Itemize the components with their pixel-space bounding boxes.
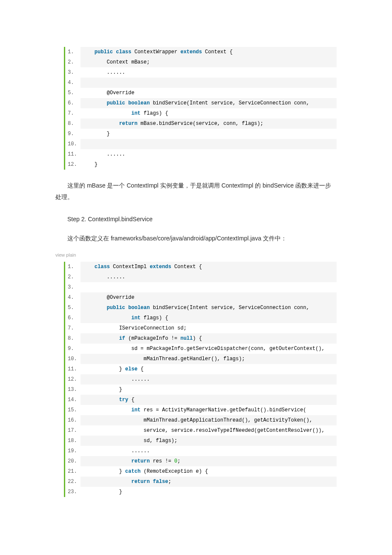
code-content: @Override: [81, 292, 337, 303]
line-number: 9.: [65, 129, 81, 139]
code-line: 1. class ContextImpl extends Context {: [65, 262, 337, 272]
code-line: 2. Context mBase;: [65, 57, 337, 67]
code-line: 19. ......: [65, 446, 337, 456]
code-line: 6. public boolean bindService(Intent ser…: [65, 98, 337, 108]
line-number: 12.: [65, 159, 81, 170]
code-content: int flags) {: [81, 108, 337, 119]
code-line: 4. @Override: [65, 292, 337, 303]
line-number: 18.: [65, 436, 81, 446]
code-content: mMainThread.getHandler(), flags);: [81, 354, 337, 364]
view-link[interactable]: view: [55, 252, 65, 257]
code-content: ......: [81, 374, 337, 384]
code-line: 2. ......: [65, 272, 337, 282]
code-line: 5. public boolean bindService(Intent ser…: [65, 303, 337, 313]
line-number: 10.: [65, 139, 81, 149]
line-number: 5.: [65, 303, 81, 313]
line-number: 9.: [65, 344, 81, 354]
code-content: class ContextImpl extends Context {: [81, 262, 337, 272]
code-content: ......: [81, 272, 337, 282]
line-number: 7.: [65, 323, 81, 333]
code-line: 22. return false;: [65, 477, 337, 487]
line-number: 21.: [65, 466, 81, 477]
code-content: service, service.resolveTypeIfNeeded(get…: [81, 425, 337, 436]
line-number: 2.: [65, 272, 81, 282]
code-line: 11. ......: [65, 149, 337, 159]
code-block-1: 1. public class ContextWrapper extends C…: [64, 47, 337, 170]
line-number: 1.: [65, 262, 81, 272]
line-number: 1.: [65, 47, 81, 57]
line-number: 17.: [65, 425, 81, 436]
code-content: int res = ActivityManagerNative.getDefau…: [81, 405, 337, 415]
code-line: 8. if (mPackageInfo != null) {: [65, 333, 337, 344]
code-line: 5. @Override: [65, 88, 337, 98]
view-plain-toolbar: view plain: [55, 252, 337, 257]
line-number: 11.: [65, 149, 81, 159]
code-line: 13. }: [65, 384, 337, 395]
code-content: } else {: [81, 364, 337, 374]
code-content: return false;: [81, 477, 337, 487]
line-number: 3.: [65, 282, 81, 292]
code-content: try {: [81, 395, 337, 405]
code-line: 1. public class ContextWrapper extends C…: [65, 47, 337, 57]
code-line: 20. return res != 0;: [65, 456, 337, 466]
code-content: [81, 139, 337, 149]
code-content: ......: [81, 67, 337, 78]
code-line: 9. }: [65, 129, 337, 139]
code-block-2: 1. class ContextImpl extends Context { 2…: [64, 262, 337, 497]
code-content: public boolean bindService(Intent servic…: [81, 98, 337, 108]
code-line: 17. service, service.resolveTypeIfNeeded…: [65, 425, 337, 436]
code-line: 11. } else {: [65, 364, 337, 374]
line-number: 13.: [65, 384, 81, 395]
code-content: ......: [81, 446, 337, 456]
code-line: 16. mMainThread.getApplicationThread(), …: [65, 415, 337, 425]
code-content: return mBase.bindService(service, conn, …: [81, 119, 337, 129]
code-content: return res != 0;: [81, 456, 337, 466]
code-line: 10.: [65, 139, 337, 149]
code-content: ......: [81, 149, 337, 159]
code-line: 12. ......: [65, 374, 337, 384]
code-line: 3.: [65, 282, 337, 292]
line-number: 20.: [65, 456, 81, 466]
code-line: 10. mMainThread.getHandler(), flags);: [65, 354, 337, 364]
line-number: 5.: [65, 88, 81, 98]
code-content: [81, 282, 337, 292]
code-line: 7. IServiceConnection sd;: [65, 323, 337, 333]
document-page: 1. public class ContextWrapper extends C…: [0, 0, 392, 555]
code-content: }: [81, 487, 337, 497]
code-line: 12. }: [65, 159, 337, 170]
code-content: }: [81, 384, 337, 395]
line-number: 10.: [65, 354, 81, 364]
code-line: 6. int flags) {: [65, 313, 337, 323]
code-content: sd = mPackageInfo.getServiceDispatcher(c…: [81, 344, 337, 354]
code-line: 8. return mBase.bindService(service, con…: [65, 119, 337, 129]
code-line: 15. int res = ActivityManagerNative.getD…: [65, 405, 337, 415]
code-line: 23. }: [65, 487, 337, 497]
line-number: 22.: [65, 477, 81, 487]
code-content: @Override: [81, 88, 337, 98]
code-line: 9. sd = mPackageInfo.getServiceDispatche…: [65, 344, 337, 354]
code-content: }: [81, 159, 337, 170]
line-number: 8.: [65, 119, 81, 129]
line-number: 8.: [65, 333, 81, 344]
code-content: if (mPackageInfo != null) {: [81, 333, 337, 344]
line-number: 4.: [65, 292, 81, 303]
code-content: Context mBase;: [81, 57, 337, 67]
line-number: 4.: [65, 78, 81, 88]
code-line: 14. try {: [65, 395, 337, 405]
line-number: 7.: [65, 108, 81, 119]
plain-link[interactable]: plain: [66, 252, 76, 257]
code-content: public class ContextWrapper extends Cont…: [81, 47, 337, 57]
code-line: 21. } catch (RemoteException e) {: [65, 466, 337, 477]
code-content: public boolean bindService(Intent servic…: [81, 303, 337, 313]
step-heading: Step 2. ContextImpl.bindService: [55, 214, 337, 225]
line-number: 12.: [65, 374, 81, 384]
code-line: 7. int flags) {: [65, 108, 337, 119]
code-content: [81, 78, 337, 88]
code-content: IServiceConnection sd;: [81, 323, 337, 333]
code-line: 4.: [65, 78, 337, 88]
line-number: 15.: [65, 405, 81, 415]
line-number: 11.: [65, 364, 81, 374]
line-number: 6.: [65, 98, 81, 108]
line-number: 16.: [65, 415, 81, 425]
code-content: sd, flags);: [81, 436, 337, 446]
